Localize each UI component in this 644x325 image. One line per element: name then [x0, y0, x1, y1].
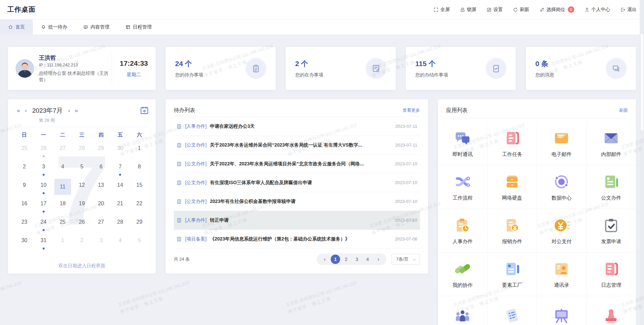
- app-item[interactable]: [488, 296, 537, 325]
- todo-pager-prev[interactable]: ‹: [320, 255, 329, 264]
- calendar-day-25[interactable]: 25: [53, 216, 72, 234]
- todo-item[interactable]: [人事办件]申请在家远程办公3天2023-07-11: [174, 117, 420, 136]
- tab-日程管理[interactable]: 日程管理: [117, 19, 160, 35]
- todo-pager-page-1[interactable]: 1: [331, 255, 340, 264]
- scrollbar-track[interactable]: [640, 0, 644, 325]
- calendar-day-29[interactable]: 29: [92, 142, 111, 160]
- prev-year-button[interactable]: «: [15, 107, 22, 114]
- app-公文办件[interactable]: 公文办件: [587, 165, 636, 209]
- calendar-day-8[interactable]: 8: [130, 160, 149, 179]
- tab-内容管理[interactable]: 内容管理: [75, 19, 117, 35]
- calendar-day-20[interactable]: 20: [92, 197, 111, 216]
- calendar-day-23[interactable]: 23: [15, 216, 34, 234]
- view-more-link[interactable]: 查看更多: [402, 107, 420, 113]
- calendar-day-28[interactable]: 28: [72, 142, 91, 160]
- calendar-day-7[interactable]: 7: [111, 160, 130, 179]
- calendar-day-10[interactable]: 10: [34, 179, 53, 197]
- next-year-button[interactable]: »: [73, 107, 80, 114]
- calendar-day-13[interactable]: 13: [92, 179, 111, 197]
- stat-card-todo[interactable]: 24 个 您的待办事项: [166, 47, 276, 90]
- app-工作任务[interactable]: 工作任务: [488, 122, 537, 165]
- calendar-day-24[interactable]: 24: [34, 216, 53, 234]
- calendar-day-1[interactable]: 1: [53, 234, 72, 253]
- app-item[interactable]: [438, 296, 488, 325]
- todo-pager-page-4[interactable]: 4: [363, 255, 372, 264]
- todo-item[interactable]: [项目备案]《2023年局信息系统运行维护（第2包：基础办公系统技术服务）》20…: [174, 230, 420, 249]
- tab-首页[interactable]: 首页: [0, 19, 33, 35]
- header-action-logout[interactable]: 退出: [620, 7, 637, 13]
- calendar-day-25[interactable]: 25: [15, 142, 34, 160]
- calendar-day-30[interactable]: 30: [15, 234, 34, 253]
- calendar-day-4[interactable]: 4: [111, 234, 130, 253]
- todo-item[interactable]: [公文办件]有生深境ISO三体系年审人员配合及牌匾借出申请2023-07-10: [174, 173, 420, 192]
- calendar-day-5[interactable]: 5: [130, 234, 149, 253]
- next-month-button[interactable]: ›: [65, 107, 73, 114]
- calendar-day-30[interactable]: 30: [111, 142, 130, 160]
- todo-item[interactable]: [公文办件]2023年有生社保公积金基数申报审核申请2023-07-10: [174, 192, 420, 211]
- calendar-day-31[interactable]: 31: [34, 234, 53, 253]
- app-对公支付[interactable]: 对公支付: [537, 209, 587, 253]
- todo-item[interactable]: [公文办件]关于2023年水务运维外采合同“2023年水务局统一认证 有生博大V…: [174, 136, 420, 155]
- calendar-day-2[interactable]: 2: [72, 234, 91, 253]
- today-icon[interactable]: 今: [140, 106, 149, 115]
- header-action-profile[interactable]: 个人中心: [584, 7, 610, 13]
- app-数据中心[interactable]: 数据中心: [537, 165, 587, 209]
- app-人事办件[interactable]: 人事办件: [438, 209, 488, 253]
- todo-page-size-select[interactable]: 7条/页: [391, 254, 420, 265]
- calendar-day-16[interactable]: 16: [15, 197, 34, 216]
- calendar-day-6[interactable]: 6: [92, 160, 111, 179]
- todo-item[interactable]: [公文办件]关于2022年、2023年水务局运维项目外采“北京市政务云服务合同（…: [174, 155, 420, 173]
- scrollbar-thumb[interactable]: [640, 34, 644, 131]
- calendar-footer-hint[interactable]: 双击日期进入日程界面: [8, 263, 156, 269]
- todo-pager-next[interactable]: ›: [374, 255, 383, 264]
- calendar-day-11[interactable]: 11: [53, 179, 72, 197]
- calendar-day-17[interactable]: 17: [34, 197, 53, 216]
- calendar-day-3[interactable]: 3: [34, 160, 53, 179]
- calendar-day-19[interactable]: 19: [72, 197, 91, 216]
- calendar-day-15[interactable]: 15: [130, 179, 149, 197]
- stat-card-done[interactable]: 115 个 您的办结件事项: [406, 47, 516, 90]
- app-网络硬盘[interactable]: 网络硬盘: [488, 165, 537, 209]
- header-action-settings[interactable]: 设置: [486, 7, 503, 13]
- stat-card-messages[interactable]: 0 条 您的消息: [526, 47, 636, 90]
- calendar-day-27[interactable]: 27: [53, 142, 72, 160]
- calendar-day-18[interactable]: 18: [53, 197, 72, 216]
- app-item[interactable]: [537, 296, 587, 325]
- app-即时通讯[interactable]: 即时通讯: [438, 122, 488, 165]
- calendar-day-28[interactable]: 28: [111, 216, 130, 234]
- apps-refresh-link[interactable]: 刷新: [619, 107, 628, 113]
- todo-pager-page-2[interactable]: 2: [341, 255, 351, 264]
- header-action-fullscreen[interactable]: 全屏: [433, 7, 450, 13]
- calendar-day-12[interactable]: 12: [72, 179, 91, 197]
- app-工作流程[interactable]: 工作流程: [438, 165, 488, 209]
- calendar-day-29[interactable]: 29: [130, 216, 149, 234]
- calendar-day-26[interactable]: 26: [72, 216, 91, 234]
- prev-month-button[interactable]: ‹: [22, 107, 30, 114]
- app-内部邮件[interactable]: 内部邮件: [587, 122, 636, 165]
- calendar-day-5[interactable]: 5: [72, 160, 91, 179]
- app-报销办件[interactable]: 报销办件: [488, 209, 537, 253]
- stat-card-doing[interactable]: 2 个 您的在办事项: [286, 47, 396, 90]
- app-我的协作[interactable]: 我的协作: [438, 253, 488, 296]
- app-发票申请[interactable]: 发票申请: [587, 209, 636, 253]
- tab-统一待办[interactable]: 统一待办: [33, 19, 75, 35]
- todo-item[interactable]: [人事办件]转正申请2023-07-10: [174, 211, 420, 230]
- todo-pager-page-3[interactable]: 3: [352, 255, 362, 264]
- app-要素工厂[interactable]: 要素工厂: [488, 253, 537, 296]
- calendar-day-22[interactable]: 22: [130, 197, 149, 216]
- calendar-day-2[interactable]: 2: [15, 160, 34, 179]
- calendar-day-4[interactable]: 4: [53, 160, 72, 179]
- calendar-day-3[interactable]: 3: [92, 234, 111, 253]
- calendar-day-1[interactable]: 1: [130, 142, 149, 160]
- header-action-refresh[interactable]: 刷新: [513, 7, 529, 13]
- calendar-day-27[interactable]: 27: [92, 216, 111, 234]
- calendar-day-9[interactable]: 9: [15, 179, 34, 197]
- calendar-day-21[interactable]: 21: [111, 197, 130, 216]
- calendar-day-26[interactable]: 26: [34, 142, 53, 160]
- app-电子邮件[interactable]: 电子邮件: [537, 122, 587, 165]
- app-item[interactable]: [587, 296, 636, 325]
- app-日志管理[interactable]: 日志管理: [587, 253, 636, 296]
- header-action-position[interactable]: 选择岗位0: [539, 6, 574, 13]
- app-通讯录[interactable]: 通讯录: [537, 253, 587, 296]
- calendar-day-14[interactable]: 14: [111, 179, 130, 197]
